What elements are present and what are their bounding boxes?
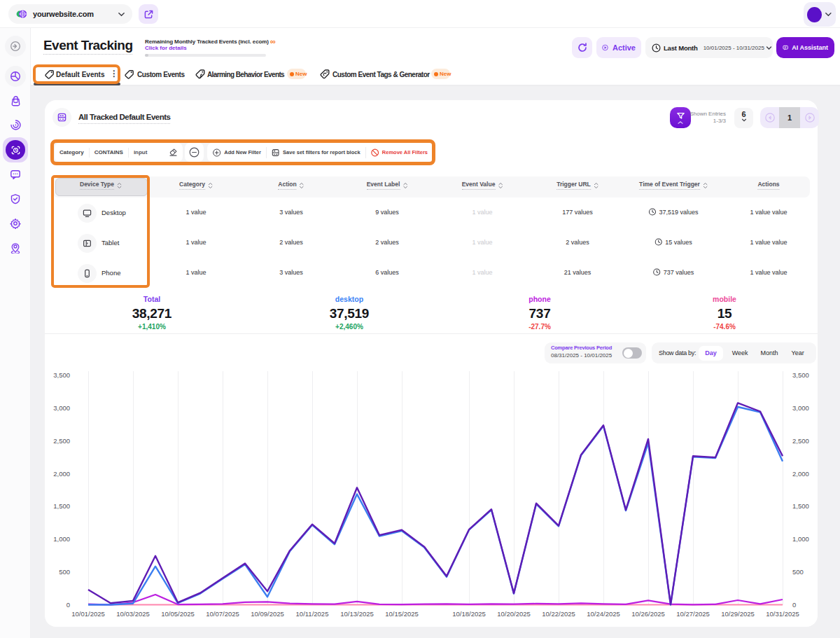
svg-text:1,500: 1,500 [53, 502, 70, 510]
svg-text:2,000: 2,000 [53, 470, 70, 478]
svg-text:10/31/2025: 10/31/2025 [766, 610, 799, 618]
svg-text:10/15/2025: 10/15/2025 [385, 610, 419, 618]
svg-text:1,500: 1,500 [792, 502, 809, 510]
svg-text:3,500: 3,500 [792, 371, 809, 379]
svg-text:10/05/2025: 10/05/2025 [161, 610, 195, 618]
svg-text:10/27/2025: 10/27/2025 [676, 610, 710, 618]
svg-text:10/13/2025: 10/13/2025 [340, 610, 374, 618]
svg-text:1,000: 1,000 [53, 535, 70, 543]
svg-text:10/29/2025: 10/29/2025 [721, 610, 755, 618]
svg-text:10/09/2025: 10/09/2025 [251, 610, 284, 618]
svg-text:10/07/2025: 10/07/2025 [206, 610, 239, 618]
svg-text:3,000: 3,000 [53, 404, 70, 412]
svg-text:10/18/2025: 10/18/2025 [452, 610, 486, 618]
svg-text:10/24/2025: 10/24/2025 [587, 610, 620, 618]
svg-text:10/11/2025: 10/11/2025 [296, 610, 329, 618]
svg-text:10/03/2025: 10/03/2025 [116, 610, 150, 618]
svg-text:500: 500 [792, 568, 804, 576]
svg-text:500: 500 [59, 568, 70, 576]
svg-text:3,500: 3,500 [53, 371, 70, 379]
svg-text:2,000: 2,000 [792, 470, 809, 478]
svg-text:0: 0 [792, 601, 796, 609]
svg-text:0: 0 [66, 601, 70, 609]
svg-text:10/20/2025: 10/20/2025 [497, 610, 531, 618]
svg-text:10/22/2025: 10/22/2025 [542, 610, 575, 618]
svg-text:1,000: 1,000 [792, 535, 809, 543]
svg-text:10/01/2025: 10/01/2025 [71, 610, 105, 618]
svg-text:2,500: 2,500 [792, 437, 809, 445]
svg-text:3,000: 3,000 [792, 404, 809, 412]
svg-text:10/26/2025: 10/26/2025 [631, 610, 665, 618]
svg-text:2,500: 2,500 [53, 437, 70, 445]
